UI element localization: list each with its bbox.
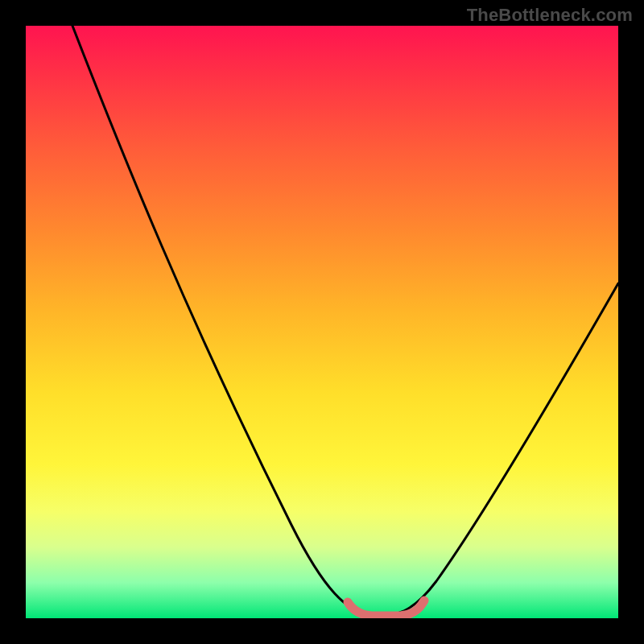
chart-frame: TheBottleneck.com (0, 0, 644, 644)
optimal-zone-marker (348, 601, 424, 616)
plot-area (26, 26, 618, 618)
bottleneck-curve (72, 26, 618, 615)
curve-layer (26, 26, 618, 618)
watermark-text: TheBottleneck.com (467, 5, 633, 26)
